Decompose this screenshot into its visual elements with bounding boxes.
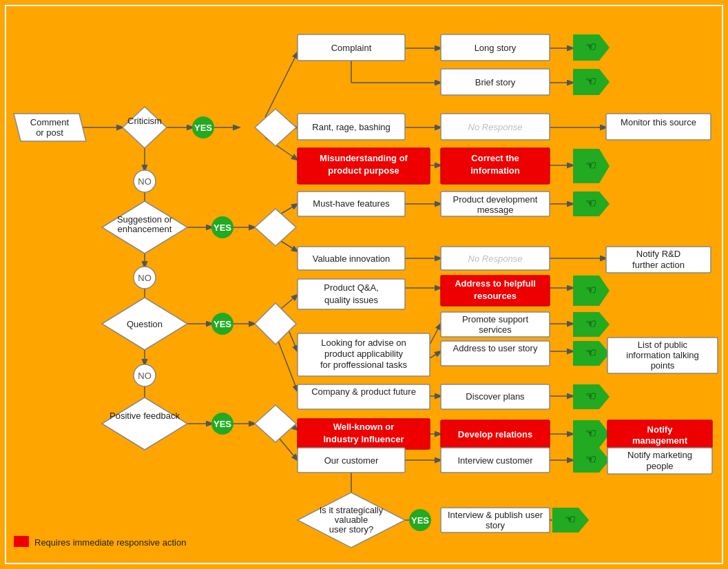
svg-text:Product Q&A,: Product Q&A, (324, 282, 378, 293)
misunderstanding-box: Misunderstanding of product purpose (298, 148, 430, 184)
svg-text:points: points (651, 360, 675, 371)
notify-rd-box: Notify R&D further action (606, 247, 711, 273)
svg-text:Positive feedback: Positive feedback (110, 411, 180, 421)
svg-text:Must-have features: Must-have features (313, 198, 390, 209)
svg-text:☜: ☜ (585, 453, 596, 466)
svg-text:List of public: List of public (638, 340, 688, 350)
svg-text:Monitor this source: Monitor this source (621, 117, 696, 127)
address-helpful-box: Address to helpfull resources (441, 276, 550, 306)
long-story-box: Long story (441, 34, 550, 61)
svg-text:YES: YES (214, 419, 231, 429)
complaint-box: Complaint (298, 34, 405, 61)
discover-plans-box: Discover plans (441, 384, 550, 409)
svg-text:Is it strategically: Is it strategically (320, 505, 384, 515)
svg-text:management: management (632, 435, 688, 446)
legend: Requires immediate responsive action (14, 536, 186, 548)
svg-text:☜: ☜ (585, 40, 596, 54)
product-dev-box: Product development message (441, 192, 550, 216)
svg-text:Misunderstanding of: Misunderstanding of (320, 153, 408, 163)
svg-text:for proffessional tasks: for proffessional tasks (320, 360, 408, 370)
yes-circle-1: YES (192, 116, 214, 138)
svg-text:Product development: Product development (453, 194, 538, 205)
correct-info-box: Correct the information (441, 148, 550, 184)
yes-circle-3: YES (211, 313, 233, 335)
svg-text:enhancement: enhancement (118, 224, 172, 234)
notify-marketing-box: Notify marketing people (607, 448, 712, 474)
flowchart-diagram: Comment or post Criticism YES Complaint … (0, 0, 728, 569)
no-response-2-box: No Response (441, 247, 550, 270)
product-qa-box: Product Q&A, quality issues (298, 279, 405, 309)
svg-text:Address to user story: Address to user story (453, 343, 538, 353)
svg-text:NO: NO (138, 371, 152, 381)
svg-text:valuable: valuable (335, 515, 368, 525)
svg-text:☜: ☜ (585, 196, 596, 210)
valuable-innovation-box: Valuable innovation (298, 247, 405, 270)
rant-box: Rant, rage, bashing (298, 114, 405, 140)
svg-text:☜: ☜ (585, 158, 596, 172)
notify-management-box: Notify management (607, 420, 712, 448)
svg-text:services: services (479, 324, 512, 335)
svg-text:☜: ☜ (585, 317, 596, 331)
svg-text:NO: NO (138, 176, 152, 187)
svg-text:YES: YES (194, 123, 212, 133)
svg-text:Promote support: Promote support (462, 314, 528, 324)
svg-text:information: information (470, 165, 520, 176)
svg-text:Notify R&D: Notify R&D (636, 249, 680, 259)
svg-rect-187 (14, 536, 29, 547)
svg-text:further action: further action (632, 260, 685, 270)
svg-text:user story?: user story? (329, 524, 373, 535)
svg-text:Complaint: Complaint (331, 43, 372, 53)
svg-text:information talking: information talking (626, 350, 699, 360)
svg-text:Correct the: Correct the (471, 153, 519, 163)
svg-text:Notify: Notify (647, 424, 674, 435)
svg-text:Valuable innovation: Valuable innovation (313, 254, 391, 264)
svg-text:☜: ☜ (585, 283, 596, 297)
svg-text:or post: or post (36, 127, 63, 138)
svg-text:Looking for advise on: Looking for advise on (321, 338, 406, 348)
svg-text:Suggestion or: Suggestion or (117, 214, 173, 225)
looking-advise-box: Looking for advise on product applicabil… (298, 333, 430, 376)
public-info-box: List of public information talking point… (607, 338, 718, 373)
svg-text:Criticism: Criticism (127, 116, 162, 126)
yes-circle-5: YES (409, 509, 431, 531)
svg-text:Address to helpfull: Address to helpfull (455, 278, 536, 289)
no-circle-1: NO (134, 170, 156, 192)
svg-text:Develop relations: Develop relations (458, 429, 532, 439)
no-circle-3: NO (134, 364, 156, 386)
yes-circle-2: YES (211, 216, 233, 238)
svg-text:product purpose: product purpose (328, 165, 399, 176)
svg-text:people: people (646, 461, 673, 471)
svg-text:YES: YES (214, 223, 231, 233)
svg-text:message: message (477, 205, 514, 215)
must-have-box: Must-have features (298, 192, 405, 216)
svg-text:YES: YES (411, 515, 429, 526)
svg-text:☜: ☜ (585, 346, 596, 360)
svg-text:Requires immediate responsive : Requires immediate responsive action (34, 537, 186, 548)
svg-text:Brief story: Brief story (475, 77, 516, 87)
svg-text:Interview customer: Interview customer (457, 455, 533, 466)
start-node: Comment or post (14, 114, 86, 141)
svg-text:Our customer: Our customer (324, 455, 379, 466)
no-response-1-box: No Response (441, 114, 550, 140)
well-known-box: Well-known or Industry Influencer (298, 419, 430, 449)
svg-text:☜: ☜ (585, 426, 596, 440)
svg-text:☜: ☜ (585, 74, 596, 88)
svg-text:Company & product future: Company & product future (311, 386, 416, 397)
promote-support-box: Promote support services (441, 312, 550, 337)
svg-text:product applicability: product applicability (324, 349, 404, 359)
svg-text:Comment: Comment (30, 117, 70, 127)
company-future-box: Company & product future (298, 384, 430, 409)
svg-text:☜: ☜ (585, 389, 596, 403)
svg-text:Interview & publish user: Interview & publish user (448, 510, 543, 520)
svg-text:Question: Question (127, 319, 163, 329)
svg-text:Discover plans: Discover plans (466, 391, 525, 402)
yes-circle-4: YES (211, 413, 233, 435)
develop-relations-box: Develop relations (441, 420, 550, 448)
interview-publish-box: Interview & publish user story (441, 508, 550, 532)
svg-text:Notify marketing: Notify marketing (627, 450, 692, 460)
svg-text:Well-known or: Well-known or (333, 422, 395, 432)
svg-text:No Response: No Response (468, 122, 523, 132)
svg-text:Long story: Long story (475, 43, 517, 53)
svg-text:quality issues: quality issues (324, 295, 379, 305)
interview-customer-box: Interview customer (441, 448, 550, 473)
